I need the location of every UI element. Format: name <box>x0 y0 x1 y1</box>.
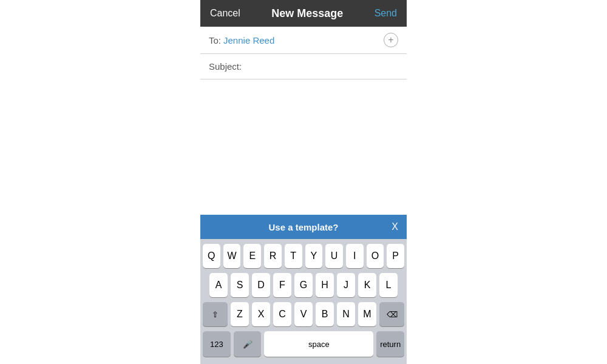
key-l[interactable]: L <box>379 273 398 297</box>
send-button[interactable]: Send <box>375 8 397 19</box>
header-title: New Message <box>271 7 343 20</box>
key-d[interactable]: D <box>252 273 270 297</box>
key-r[interactable]: R <box>264 244 282 268</box>
template-banner-text: Use a template? <box>268 222 338 232</box>
key-p[interactable]: P <box>387 244 404 268</box>
key-j[interactable]: J <box>337 273 355 297</box>
keyboard-row-3: ⇧ Z X C V B N M ⌫ <box>203 302 404 326</box>
key-q[interactable]: Q <box>203 244 220 268</box>
key-o[interactable]: O <box>367 244 384 268</box>
key-k[interactable]: K <box>358 273 376 297</box>
microphone-icon: 🎤 <box>243 340 253 349</box>
microphone-key[interactable]: 🎤 <box>234 331 262 357</box>
key-y[interactable]: Y <box>305 244 323 268</box>
key-z[interactable]: Z <box>231 302 249 326</box>
to-label: To: <box>209 35 221 46</box>
backspace-key[interactable]: ⌫ <box>379 302 404 326</box>
key-v[interactable]: V <box>294 302 313 326</box>
key-n[interactable]: N <box>337 302 355 326</box>
to-value[interactable]: Jennie Reed <box>223 35 384 46</box>
key-a[interactable]: A <box>209 273 228 297</box>
to-field-row: To: Jennie Reed + <box>200 27 407 54</box>
key-c[interactable]: C <box>273 302 291 326</box>
subject-field-row: Subject: <box>200 54 407 79</box>
template-banner: Use a template? X <box>200 215 407 239</box>
keyboard-row-2: A S D F G H J K L <box>203 273 404 297</box>
key-h[interactable]: H <box>316 273 334 297</box>
key-i[interactable]: I <box>346 244 364 268</box>
key-u[interactable]: U <box>325 244 343 268</box>
email-fields: To: Jennie Reed + Subject: <box>200 27 407 79</box>
key-m[interactable]: M <box>358 302 376 326</box>
key-b[interactable]: B <box>316 302 334 326</box>
template-close-button[interactable]: X <box>392 221 398 232</box>
return-key[interactable]: return <box>376 331 404 357</box>
key-t[interactable]: T <box>285 244 302 268</box>
subject-label: Subject: <box>209 61 242 72</box>
keyboard-row-1: Q W E R T Y U I O P <box>203 244 404 268</box>
space-key[interactable]: space <box>264 331 373 357</box>
keyboard: Q W E R T Y U I O P A S D F G H J K L ⇧ … <box>200 239 407 364</box>
shift-key[interactable]: ⇧ <box>203 302 228 326</box>
key-x[interactable]: X <box>252 302 270 326</box>
cancel-button[interactable]: Cancel <box>210 8 240 19</box>
keyboard-row-bottom: 123 🎤 space return <box>203 331 404 357</box>
key-s[interactable]: S <box>231 273 249 297</box>
key-e[interactable]: E <box>243 244 261 268</box>
key-g[interactable]: G <box>294 273 313 297</box>
add-recipient-button[interactable]: + <box>384 33 398 47</box>
numbers-key[interactable]: 123 <box>203 331 231 357</box>
key-f[interactable]: F <box>273 273 291 297</box>
email-body[interactable] <box>200 79 407 215</box>
header-bar: Cancel New Message Send <box>200 0 407 27</box>
key-w[interactable]: W <box>223 244 241 268</box>
